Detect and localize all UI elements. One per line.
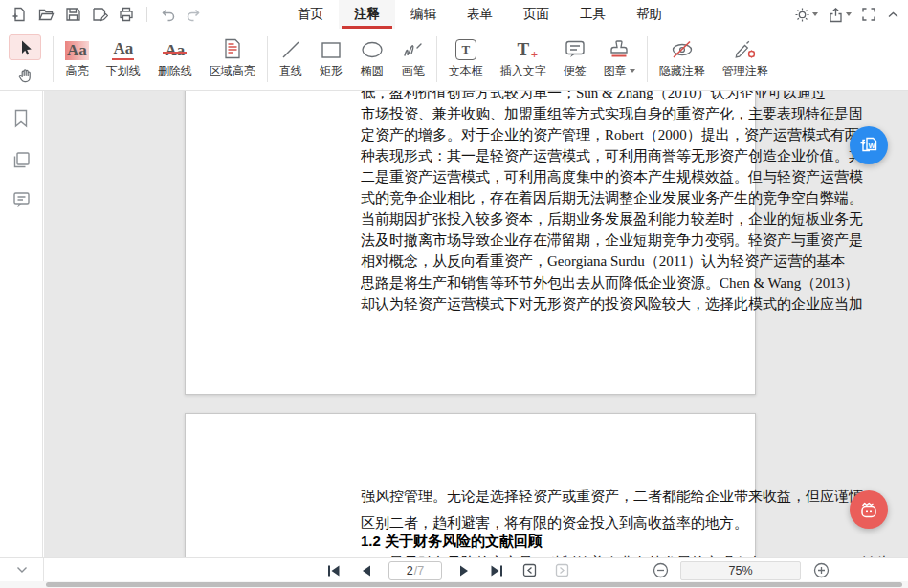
toolbar-separator	[53, 36, 54, 82]
stamp-caret-icon	[630, 69, 635, 73]
save-as-icon	[91, 6, 108, 23]
save-as-button[interactable]	[88, 3, 111, 26]
undo-icon	[159, 6, 176, 23]
zoom-out-button[interactable]	[650, 560, 671, 581]
print-button[interactable]	[115, 3, 138, 26]
page1-line: 思路是将生产和销售等环节外包出去从而降低企业资源。Chen & Wang（201…	[361, 273, 868, 293]
page1-line: 式的竞争企业相比，存在着因后期无法调整企业发展业务产生的竞争空白弊端。	[361, 188, 868, 207]
chevron-down-icon	[15, 564, 29, 576]
quick-access-separator	[146, 7, 147, 22]
note-tool[interactable]: 便签	[555, 33, 595, 86]
pencil-tool[interactable]: 画笔	[393, 33, 433, 86]
line-tool[interactable]: 直线	[271, 33, 311, 86]
first-page-button[interactable]	[323, 560, 344, 581]
line-label: 直线	[279, 63, 302, 78]
next-page-button[interactable]	[454, 560, 475, 581]
stamp-tool[interactable]: 图章	[595, 33, 644, 86]
previous-view-button[interactable]	[519, 560, 540, 581]
select-tool-button[interactable]	[9, 34, 41, 60]
highlight-label: 高亮	[65, 63, 88, 78]
tab-annotate[interactable]: 注释	[339, 0, 395, 29]
pointer-tools	[0, 33, 50, 86]
underline-tool[interactable]: Aa 下划线	[98, 33, 149, 86]
page1-line: 二是重资产运营模式，可利用高度集中的资本产生规模效益。但与轻资产运营模	[361, 167, 868, 186]
previous-page-icon	[361, 564, 372, 577]
rectangle-tool[interactable]: 矩形	[311, 33, 351, 86]
convert-to-word-button[interactable]: W	[850, 126, 888, 164]
insert-text-tool[interactable]: T+ 插入文字	[492, 33, 555, 86]
horizontal-scrollbar[interactable]	[0, 581, 908, 588]
toolbar-separator	[436, 36, 437, 82]
zoom-level-display[interactable]: 75%	[680, 561, 801, 580]
previous-view-icon	[521, 562, 538, 578]
highlight-icon: Aa	[65, 41, 89, 60]
strikeout-tool[interactable]: Aa 删除线	[149, 33, 201, 86]
page1-line: 市场投资、兼并收购、加盟重组等方式实现自身的重资产化，主要表现特征是固	[361, 104, 868, 123]
previous-page-button[interactable]	[356, 560, 377, 581]
zoom-value: 75%	[728, 564, 752, 577]
page1-line: 当前期因扩张投入较多资本，后期业务发展盈利能力较差时，企业的短板业务无	[361, 209, 868, 229]
save-icon	[64, 6, 81, 23]
page1-line: 种表现形式：其一是轻资产运营模式，可利用商誉等无形资产创造企业价值。其	[361, 146, 868, 165]
last-page-button[interactable]	[486, 560, 507, 581]
new-file-button[interactable]	[8, 3, 31, 26]
page1-line: 相对概念，从反向看重资产，Georgiana Surdu（2011）认为轻资产运…	[361, 251, 868, 271]
strikeout-label: 删除线	[158, 63, 192, 78]
navigation-sidebar	[0, 91, 43, 581]
redo-button[interactable]	[183, 3, 206, 26]
hide-annotations-tool[interactable]: 隐藏注释	[651, 33, 714, 86]
manage-pen-gear-icon	[733, 38, 758, 60]
page2-heading: 1.2 关于财务风险的文献回顾	[361, 533, 868, 551]
manage-annotations-tool[interactable]: 管理注释	[714, 33, 777, 86]
rectangle-icon	[320, 39, 343, 60]
assistant-robot-button[interactable]	[850, 490, 888, 529]
thumbnails-panel-button[interactable]	[11, 150, 32, 170]
share-button[interactable]	[828, 7, 852, 23]
open-file-button[interactable]	[34, 3, 57, 26]
comments-panel-button[interactable]	[11, 190, 32, 209]
theme-button[interactable]	[794, 7, 818, 23]
ellipse-tool[interactable]: 椭圆	[351, 33, 393, 86]
collapse-panel-button[interactable]	[15, 564, 29, 576]
current-page-value: 2	[407, 564, 413, 577]
new-file-icon	[11, 6, 28, 23]
insert-text-icon: T+	[517, 39, 529, 60]
print-icon	[118, 6, 135, 23]
textbox-tool[interactable]: T 文本框	[440, 33, 492, 86]
undo-button[interactable]	[156, 3, 179, 26]
textbox-icon: T	[455, 39, 476, 60]
strikeout-icon: Aa	[164, 41, 186, 60]
tab-form[interactable]: 表单	[452, 0, 508, 29]
fullscreen-button[interactable]	[861, 7, 876, 22]
tab-page[interactable]: 页面	[508, 0, 565, 29]
tab-home[interactable]: 首页	[282, 0, 339, 29]
save-button[interactable]	[61, 3, 84, 26]
stamp-icon	[608, 38, 631, 60]
first-page-icon	[326, 564, 342, 577]
collapse-ribbon-button[interactable]	[886, 8, 900, 22]
bookmarks-panel-button[interactable]	[11, 108, 31, 129]
sticky-note-icon	[564, 38, 587, 60]
zoom-in-button[interactable]	[810, 560, 831, 581]
robot-icon	[856, 497, 881, 522]
underline-icon: Aa	[112, 39, 134, 60]
area-highlight-tool[interactable]: 区域高亮	[201, 33, 264, 86]
page2-line: 强风控管理。无论是选择轻资产或重资产，二者都能给企业带来收益，但应谨慎	[361, 487, 868, 506]
zoom-out-icon	[653, 562, 669, 578]
insert-text-label: 插入文字	[500, 63, 546, 78]
page-navigation: 2 /7	[323, 558, 572, 582]
hidden-eye-icon	[670, 38, 695, 60]
note-label: 便签	[564, 63, 587, 78]
last-page-icon	[489, 564, 504, 577]
pencil-label: 画笔	[402, 63, 425, 78]
page-number-input[interactable]: 2 /7	[388, 561, 442, 580]
next-view-button[interactable]	[551, 560, 572, 581]
horizontal-scrollbar-thumb[interactable]	[46, 582, 902, 587]
tab-edit[interactable]: 编辑	[395, 0, 452, 29]
page2-line: 区别二者，趋利避害，将有限的资金投入到高收益率的地方。	[361, 513, 868, 533]
document-viewport[interactable]: 低，盈利价值创造方式较为单一；Sun & Zhang（2010）认为企业可以通过…	[44, 91, 908, 557]
tab-help[interactable]: 帮助	[621, 0, 677, 29]
hand-tool-button[interactable]	[9, 63, 41, 86]
tab-tools[interactable]: 工具	[565, 0, 621, 29]
highlight-tool[interactable]: Aa 高亮	[56, 33, 98, 86]
